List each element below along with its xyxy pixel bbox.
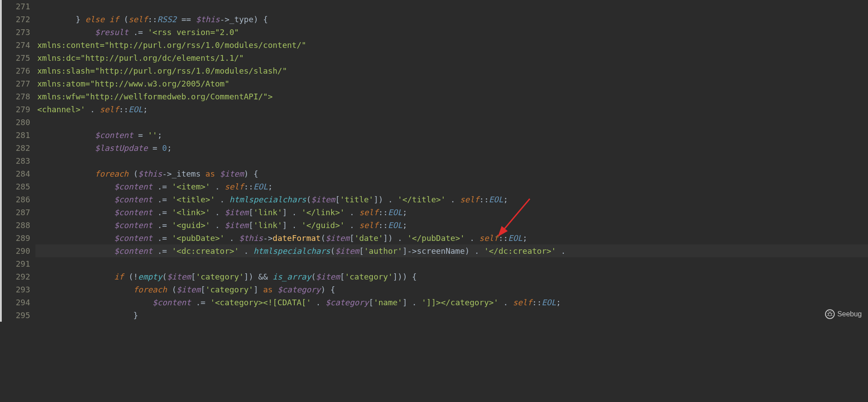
line-number: 277 — [5, 77, 30, 90]
token: " — [301, 40, 306, 50]
token: .= — [191, 298, 210, 307]
token: foreach — [133, 285, 167, 294]
token: '</title>' — [398, 195, 446, 204]
token: '</guid>' — [301, 221, 345, 230]
token: $item — [167, 272, 191, 281]
token: htmlspecialchars — [230, 195, 306, 204]
code-line[interactable]: foreach ($item['category'] as $category)… — [35, 283, 868, 296]
token: self — [460, 195, 479, 204]
token: :: — [148, 15, 157, 24]
token: . — [556, 246, 571, 256]
line-number: 291 — [5, 257, 30, 270]
code-line[interactable]: $content = ''; — [35, 129, 868, 142]
token: .= — [152, 233, 172, 243]
token: 'author' — [364, 246, 403, 256]
code-line[interactable] — [35, 0, 868, 13]
token: .= — [152, 182, 172, 191]
token: else if — [85, 15, 119, 24]
token: http://www.w3.org/2005/Atom — [95, 79, 225, 88]
code-line[interactable]: xmlns:slash="http://purl.org/rss/1.0/mod… — [35, 64, 868, 77]
token: if — [114, 272, 124, 281]
code-editor[interactable]: 2712722732742752762772782792802812822832… — [0, 0, 868, 322]
token: $item — [225, 208, 249, 217]
token: [ — [335, 195, 340, 204]
token: $item — [176, 285, 200, 294]
token: == — [176, 15, 195, 24]
code-line[interactable]: $content .= '<category><![CDATA[' . $cat… — [35, 296, 868, 309]
token — [37, 130, 95, 140]
token: $content — [114, 208, 152, 217]
line-number: 272 — [5, 13, 30, 26]
token: $content — [114, 221, 152, 230]
token: http://wellformedweb.org/CommentAPI/ — [90, 92, 263, 101]
token: 'title' — [340, 195, 374, 204]
code-line[interactable]: xmlns:content="http://purl.org/rss/1.0/m… — [35, 39, 868, 51]
token: } — [37, 15, 85, 24]
code-line[interactable]: $result .= '<rss version="2.0" — [35, 26, 868, 39]
token: foreach — [95, 169, 129, 178]
line-number: 278 — [5, 90, 30, 103]
token: . — [345, 208, 360, 217]
token: ; — [403, 221, 407, 230]
token: . — [210, 182, 225, 191]
code-line[interactable]: xmlns:atom="http://www.w3.org/2005/Atom" — [35, 77, 868, 90]
token: . — [239, 246, 254, 256]
code-line[interactable] — [35, 154, 868, 167]
token: 'link' — [254, 208, 282, 217]
code-line[interactable]: xmlns:wfw="http://wellformedweb.org/Comm… — [35, 90, 868, 103]
token: 'category' — [205, 285, 253, 294]
code-line[interactable]: } else if (self::RSS2 == $this->_type) { — [35, 13, 868, 26]
token: ] — [254, 285, 263, 294]
token: " — [239, 53, 244, 63]
code-line[interactable]: $content .= '<link>' . $item['link'] . '… — [35, 206, 868, 219]
token: ; — [403, 208, 407, 217]
code-line[interactable]: if (!empty($item['category']) && is_arra… — [35, 270, 868, 283]
code-line[interactable] — [35, 257, 868, 270]
token: . — [210, 208, 225, 217]
token: EOL — [508, 233, 523, 243]
token: ) { — [244, 169, 258, 178]
line-number: 284 — [5, 167, 30, 180]
token — [37, 298, 152, 307]
token: . — [215, 195, 230, 204]
token: ( — [311, 272, 316, 281]
line-number: 275 — [5, 51, 30, 64]
code-area[interactable]: } else if (self::RSS2 == $this->_type) {… — [35, 0, 868, 322]
code-line[interactable]: $content .= '<item>' . self::EOL; — [35, 180, 868, 193]
token — [37, 182, 114, 191]
code-line[interactable] — [35, 116, 868, 129]
line-number: 288 — [5, 219, 30, 232]
code-line[interactable]: } — [35, 309, 868, 322]
code-line[interactable]: $lastUpdate = 0; — [35, 142, 868, 154]
token: ->_type) { — [220, 15, 268, 24]
line-number: 293 — [5, 283, 30, 296]
token: ; — [157, 130, 162, 140]
token: self — [359, 221, 378, 230]
code-line[interactable]: foreach ($this->_items as $item) { — [35, 167, 868, 180]
token: ) { — [321, 285, 335, 294]
token: $content — [114, 233, 152, 243]
code-line[interactable]: <channel>' . self::EOL; — [35, 103, 868, 116]
token: ( — [162, 272, 167, 281]
token: dateFormat — [273, 233, 321, 243]
token: . — [225, 233, 239, 243]
token: ->_items — [162, 169, 206, 178]
code-line[interactable]: $content .= '<dc:creator>' . htmlspecial… — [35, 244, 868, 257]
code-line[interactable]: $content .= '<guid>' . $item['link'] . '… — [35, 219, 868, 232]
token: self — [479, 233, 498, 243]
token: (! — [124, 272, 138, 281]
token: ]->screenName) . — [403, 246, 484, 256]
token: $category — [278, 285, 321, 294]
token: $item — [325, 233, 349, 243]
token: ] . — [282, 208, 301, 217]
token: '<item>' — [172, 182, 210, 191]
token: '<category><![CDATA[' — [210, 298, 311, 307]
line-number: 274 — [5, 39, 30, 51]
line-number: 286 — [5, 193, 30, 206]
code-line[interactable]: xmlns:dc="http://purl.org/dc/elements/1.… — [35, 51, 868, 64]
code-line[interactable]: $content .= '<pubDate>' . $this->dateFor… — [35, 232, 868, 244]
token — [37, 246, 114, 256]
token: $category — [325, 298, 369, 307]
token: ; — [556, 298, 561, 307]
code-line[interactable]: $content .= '<title>' . htmlspecialchars… — [35, 193, 868, 206]
